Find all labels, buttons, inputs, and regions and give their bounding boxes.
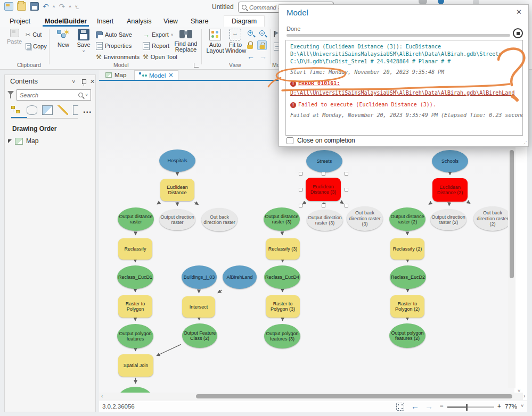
model-node-n6[interactable]: Out back direction raster (2) [473,206,512,231]
model-node-g4[interactable]: Output Feature Class (2) [182,323,217,348]
horizontal-scrollbar[interactable]: ‹ [99,393,523,400]
expand-triangle-icon[interactable] [8,139,12,143]
window-control-icon[interactable] [473,0,479,4]
save-project-icon[interactable] [30,2,39,11]
zoom-level[interactable]: 77% [505,403,517,410]
model-node-t6[interactable]: Reclassify (3) [266,238,300,260]
log-line[interactable]: D:\All\UniversitiSainsMalaysiaUSM\AlBire… [290,89,518,97]
tab-share[interactable]: Share [189,16,210,27]
undo-icon[interactable]: ↶ [43,2,49,11]
model-node-t9[interactable]: Raster to Polygon (2) [390,295,424,318]
resize-grip[interactable]: ⋰ [522,141,527,145]
more-tabs-icon[interactable]: ... [83,105,92,115]
find-and-replace-button[interactable]: Find and Replace [174,29,198,53]
zoom-in-button[interactable]: + [497,403,501,409]
drawing-order-tab-icon[interactable] [11,105,22,115]
contents-chevron-icon[interactable]: ˅ [72,78,75,85]
paste-button[interactable]: Paste [4,29,24,45]
model-node-g9[interactable]: Output distance raster (2) [389,207,425,231]
model-node-e2[interactable]: Euclidean Distance (2) [432,178,468,202]
model-node-g10[interactable]: Reclass_EucD2 [390,265,426,289]
contents-search-input[interactable] [20,92,76,98]
model-node-g8[interactable]: Output polygon features (3) [264,324,300,348]
list-by-tab-icon[interactable] [73,105,78,115]
model-node-t7[interactable]: Raster to Polygon (3) [266,295,300,318]
zoom-in-icon[interactable]: + [247,30,256,38]
view-tab-model[interactable]: Model ✕ [134,70,178,80]
selection-handle[interactable] [322,172,325,176]
model-node-n4[interactable]: Out back direction raster (3) [347,206,383,231]
model-node-t8[interactable]: Reclassify (2) [390,238,424,260]
sync-status-icon[interactable] [438,0,444,4]
layer-item-map[interactable]: Map [8,137,38,145]
new-model-button[interactable]: ✶ New [53,29,73,48]
selection-handle[interactable] [299,188,302,192]
report-button[interactable]: Report [143,41,169,51]
model-node-a1[interactable]: AlBirehLand [223,265,257,289]
model-node-b1[interactable]: Buildings_j_03 [182,265,217,289]
map-frame-tab-icon[interactable] [42,105,53,115]
open-project-icon[interactable] [17,2,26,11]
zoom-out-button[interactable]: − [440,403,444,409]
save-model-button[interactable]: Save˅ [73,29,94,54]
model-node-t5[interactable]: Intersect [182,296,215,318]
auto-layout-button[interactable]: Auto Layout [205,29,225,54]
model-node-n3[interactable]: Output direction raster (3) [307,210,343,231]
undo-chevron-icon[interactable]: ˄ [53,4,55,9]
nav-forward-icon[interactable]: → [259,52,267,61]
zoom-out-icon[interactable]: − [259,30,267,38]
customize-toolbar-icon[interactable]: ˅̲ [75,4,78,9]
vertical-scrollbar-thumb[interactable] [510,150,514,278]
checkbox[interactable] [287,137,293,144]
model-node-g6[interactable]: Output distance raster (3) [264,207,300,231]
lock-icon[interactable] [247,41,253,49]
export-button[interactable]: →Export˅ [143,30,173,39]
model-node-n5[interactable]: Output direction raster (2) [430,209,466,230]
model-node-t3[interactable]: Raster to Polygon [118,295,152,318]
data-sources-tab-icon[interactable] [27,105,37,115]
contents-close-icon[interactable]: ✕ [90,78,95,85]
properties-button[interactable]: Properties [96,41,132,51]
search-chevron-icon[interactable]: ˅ [85,93,88,97]
scroll-right-icon[interactable]: › [523,393,525,399]
history-back-icon[interactable]: ← [411,402,419,411]
fit-to-window-button[interactable]: Fit to Window [225,29,245,54]
new-project-icon[interactable] [4,2,13,11]
horizontal-scrollbar-thumb[interactable] [196,394,512,398]
unlock-toggle[interactable] [257,40,267,50]
log-line[interactable]: !Failed to execute (Euclidean Distance (… [290,101,518,109]
model-node-s1[interactable]: Streets [306,150,342,172]
model-group-launcher-icon[interactable] [194,63,199,68]
overview-icon[interactable] [396,403,404,411]
open-tool-button[interactable]: ⚒Open Tool [143,52,177,62]
history-forward-icon[interactable]: → [425,402,433,411]
selection-handle[interactable] [345,204,348,207]
scroll-left-icon[interactable]: ‹ [101,393,103,399]
close-on-completion-option[interactable]: Close on completion [287,137,355,144]
log-line[interactable]: !ERROR 010161: [290,80,518,87]
selection-handle[interactable] [299,204,302,207]
stop-button[interactable] [513,28,523,38]
model-node-n1[interactable]: Output direction raster [159,209,195,230]
contents-search[interactable]: ˅ [17,89,91,101]
close-tab-icon[interactable]: ✕ [168,72,173,79]
model-node-g11[interactable]: Output polygon features (2) [389,323,425,348]
selection-handle[interactable] [322,204,325,207]
model-node-g7[interactable]: Reclass_EucD4 [264,265,300,289]
tab-diagram[interactable]: Diagram [224,15,265,27]
model-node-e1[interactable]: Euclidean Distance (3) [306,178,341,201]
view-tab-map[interactable]: Map [101,70,130,80]
selection-handle[interactable] [299,172,302,176]
tab-view[interactable]: View [161,16,180,27]
pin-icon[interactable] [81,79,86,86]
redo-icon[interactable]: ↷ [59,2,65,11]
selection-handle[interactable] [345,172,348,176]
model-node-c1[interactable]: Schools [432,150,468,172]
dialog-log[interactable]: Executing (Euclidean Distance (3)): EucD… [285,40,523,136]
edit-tab-icon[interactable] [58,105,68,115]
tab-project[interactable]: Project [7,16,32,27]
zoom-slider[interactable] [447,406,494,408]
copy-button[interactable]: Copy [26,41,47,51]
model-node-n2[interactable]: Out back direction raster [201,208,238,231]
nav-back-icon[interactable]: ← [247,52,255,61]
